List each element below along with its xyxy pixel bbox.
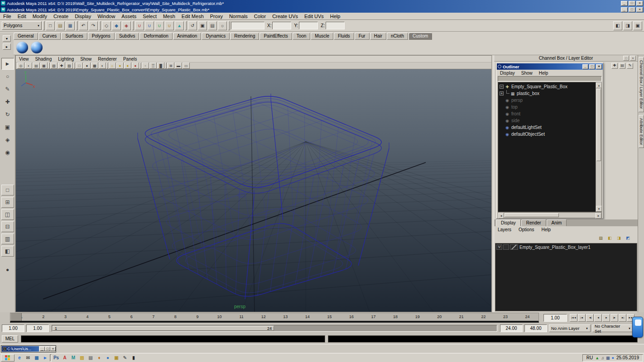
shelf-tab-general[interactable]: General [14, 33, 38, 40]
mel-command-input[interactable] [21, 335, 325, 343]
new-layer-from-selected-icon[interactable]: ◨ [615, 234, 623, 242]
playback-range-bar[interactable]: 1 24 [53, 326, 274, 331]
pane-close-icon[interactable]: × [630, 56, 636, 61]
snap-to-curve-icon[interactable]: ∪ [145, 21, 154, 30]
shelf-tab-fluids[interactable]: Fluids [334, 33, 354, 40]
anim-layer-dropdown[interactable]: No Anim Layer ▼ [549, 324, 591, 332]
media-player-icon[interactable]: ► [41, 354, 49, 362]
time-slider-ruler[interactable]: 1 2 3 4 5 6 7 8 9 10 [10, 313, 539, 323]
menu-select[interactable]: Select [139, 14, 160, 19]
menu-edit[interactable]: Edit [14, 14, 29, 19]
shelf-tab-rendering[interactable]: Rendering [230, 33, 259, 40]
expander-toggle[interactable] [500, 105, 504, 109]
animation-end-field[interactable]: 48.00 [524, 324, 547, 332]
select-camera-icon[interactable]: ◎ [17, 62, 24, 69]
coord-y-input[interactable] [299, 22, 318, 29]
two-pane-stacked-layout-button[interactable]: ⊟ [1, 221, 14, 232]
outliner-item-persp[interactable]: ◉ persp [498, 97, 596, 104]
menu-proxy[interactable]: Proxy [207, 14, 226, 19]
current-time-marker[interactable] [11, 313, 22, 321]
menu-set-selector[interactable]: Polygons ▼ [2, 21, 42, 30]
layer-playback-toggle[interactable] [503, 244, 509, 250]
menu-assets[interactable]: Assets [118, 14, 139, 19]
shelf-tab-fur[interactable]: Fur [355, 33, 370, 40]
panel-menu-view[interactable]: View [16, 57, 32, 62]
outliner-item-empty-square-plastic-box[interactable]: − ✚ Empty_Square_Plastic_Box [498, 83, 596, 90]
lighting-toggle-icon[interactable]: ☼ [109, 62, 116, 69]
soft-modification-tool[interactable]: ◉ [1, 147, 14, 158]
console-titlebar[interactable]: C C:\Users\Us... [2, 346, 39, 352]
scroll-down-icon[interactable]: ▼ [596, 206, 602, 212]
close-button[interactable]: × [596, 64, 602, 69]
outliner-persp-layout-button[interactable]: ◧ [1, 246, 14, 257]
render-current-frame-icon[interactable]: ▣ [198, 21, 207, 30]
menu-modify[interactable]: Modify [29, 14, 50, 19]
show-desktop-icon[interactable]: ▦ [33, 354, 41, 362]
new-empty-layer-icon[interactable]: ◧ [606, 234, 614, 242]
image-plane-icon[interactable]: ▧ [50, 62, 58, 69]
render-settings-icon[interactable]: ☼ [218, 21, 227, 30]
select-tool[interactable]: ► [1, 58, 14, 70]
coord-z-input[interactable] [326, 22, 345, 29]
layer-help-menu[interactable]: Help [538, 227, 554, 232]
pane-dock-icon[interactable]: □ [623, 56, 629, 61]
film-gate-icon[interactable]: ▬ [175, 62, 182, 69]
shelf-tab-curves[interactable]: Curves [38, 33, 61, 40]
maximize-button[interactable]: □ [629, 7, 635, 12]
outliner-search-field[interactable] [498, 76, 602, 81]
wireframe-mode-icon[interactable]: □ [76, 62, 83, 69]
toggle-all-panels-icon[interactable]: ▣ [633, 21, 642, 30]
redo-icon[interactable]: ↷ [89, 21, 98, 30]
maximize-button[interactable]: □ [629, 1, 635, 6]
step-forward-key-button[interactable]: |► [610, 314, 618, 322]
shelf-tab-deformation[interactable]: Deformation [139, 33, 172, 40]
undo-icon[interactable]: ↶ [79, 21, 88, 30]
textured-mode-icon[interactable]: ▩ [91, 62, 98, 69]
panel-menu-renderer[interactable]: Renderer [95, 57, 120, 62]
select-by-name-input[interactable] [231, 22, 264, 29]
start-button[interactable] [1, 354, 14, 362]
select-hierarchy-icon[interactable]: ◇ [102, 21, 111, 30]
new-scene-icon[interactable]: □ [46, 21, 55, 30]
layer-name[interactable]: Empty_Square_Plastic_Box_layer1 [519, 245, 591, 250]
occlusion-toggle-icon[interactable]: ● [124, 62, 131, 69]
network-tray-icon[interactable]: ▦ [606, 356, 610, 360]
expander-toggle[interactable] [500, 112, 504, 116]
smooth-shade-icon[interactable]: ● [83, 62, 91, 69]
snap-to-plane-icon[interactable]: ∪ [165, 21, 174, 30]
minimize-button[interactable]: _ [621, 7, 628, 12]
grid-toggle-icon[interactable]: ⊞ [167, 62, 174, 69]
scale-tool[interactable]: ▣ [1, 121, 14, 133]
oversampling-icon[interactable]: ▨ [66, 62, 73, 69]
outliner-menu-display[interactable]: Display [497, 71, 518, 76]
minimize-button[interactable]: _ [39, 347, 45, 351]
outliner-item-default-light-set[interactable]: ◉ defaultLightSet [498, 124, 596, 131]
shelf-tab-painteffects[interactable]: PaintEffects [260, 33, 292, 40]
lasso-select-tool[interactable]: ○ [1, 71, 14, 82]
menu-color[interactable]: Color [251, 14, 269, 19]
select-object-icon[interactable]: ◆ [112, 21, 121, 30]
shelf-tab-animation[interactable]: Animation [173, 33, 201, 40]
shadows-toggle-icon[interactable]: ● [116, 62, 124, 69]
ipr-render-icon[interactable]: ▤ [208, 21, 217, 30]
three-pane-layout-button[interactable]: ▥ [1, 233, 14, 244]
snap-to-grid-icon[interactable]: ∪ [135, 21, 144, 30]
outliner-menu-help[interactable]: Help [536, 71, 552, 76]
outliner-item-top[interactable]: ◉ top [498, 104, 596, 110]
shelf-vray-sphere-1[interactable] [16, 42, 28, 53]
panel-menu-lighting[interactable]: Lighting [55, 57, 77, 62]
shelf-tab-hair[interactable]: Hair [370, 33, 386, 40]
layer-tab-anim[interactable]: Anim [547, 219, 567, 226]
outliner-item-plastic-box[interactable]: + ▦ plastic_box [498, 90, 596, 97]
menu-normals[interactable]: Normals [226, 14, 251, 19]
menu-edit-uvs[interactable]: Edit UVs [301, 14, 327, 19]
photoshop-icon[interactable]: Ps [52, 354, 60, 362]
folder-icon[interactable]: ▨ [78, 354, 86, 362]
save-scene-icon[interactable]: ▦ [66, 21, 75, 30]
taskbar-clock[interactable]: 25.05.2019 [616, 355, 639, 360]
rotate-tool[interactable]: ↻ [1, 109, 14, 120]
display-layer-row[interactable]: V Empty_Square_Plastic_Box_layer1 [495, 243, 637, 251]
isolate-select-icon[interactable]: ▫ [142, 62, 149, 69]
outliner-vertical-scrollbar[interactable]: ▲ ▼ [596, 82, 601, 212]
expression-icon[interactable]: ✎ [627, 63, 633, 69]
